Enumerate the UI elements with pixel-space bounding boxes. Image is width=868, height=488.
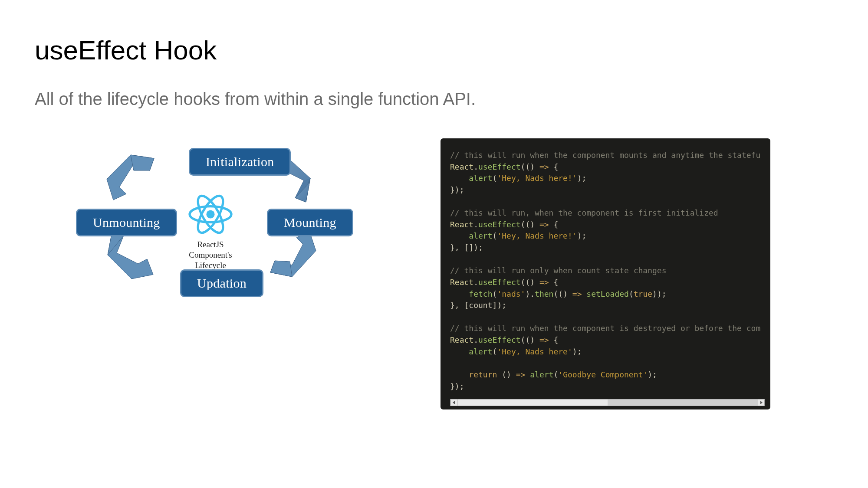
code-comment-3: // this will run only when count state c…: [450, 266, 667, 275]
code-panel: // this will run when the component moun…: [441, 138, 770, 409]
tok-alert: alert: [469, 174, 492, 183]
code-content: // this will run when the component moun…: [450, 150, 765, 392]
tok-useEffect: useEffect: [478, 162, 521, 171]
svg-marker-1: [270, 261, 292, 277]
svg-marker-3: [131, 155, 154, 170]
diagram-center: ReactJS Component's Lifecycle: [178, 193, 243, 270]
react-logo-icon: [187, 193, 234, 235]
svg-marker-8: [453, 401, 455, 404]
scroll-thumb[interactable]: [457, 400, 608, 406]
page-subtitle: All of the lifecycle hooks from within a…: [35, 89, 833, 109]
lifecycle-diagram: ReactJS Component's Lifecycle Initializa…: [59, 131, 380, 317]
box-updation: Updation: [180, 269, 263, 297]
page-title: useEffect Hook: [35, 35, 833, 66]
tok-fetch: fetch: [469, 289, 492, 298]
svg-marker-9: [760, 401, 763, 404]
scroll-left-button[interactable]: [450, 400, 457, 406]
box-unmounting: Unmounting: [76, 209, 177, 236]
tok-react: React: [450, 162, 473, 171]
scroll-track[interactable]: [457, 400, 758, 406]
code-comment-4: // this will run when the component is d…: [450, 324, 760, 333]
horizontal-scrollbar[interactable]: [450, 399, 765, 406]
code-comment-2: // this will run, when the component is …: [450, 208, 718, 217]
box-initialization: Initialization: [189, 148, 291, 176]
scroll-right-button[interactable]: [758, 400, 765, 406]
str-hey-1: 'Hey, Nads here!': [497, 174, 577, 183]
box-mounting: Mounting: [267, 209, 353, 236]
diagram-caption: ReactJS Component's Lifecycle: [178, 239, 243, 270]
svg-point-7: [206, 210, 214, 218]
caption-line-2: Lifecycle: [178, 260, 243, 271]
code-comment-1: // this will run when the component moun…: [450, 151, 760, 160]
caption-line-1: ReactJS Component's: [178, 239, 243, 260]
arrow-unmount-to-init: [105, 153, 158, 205]
